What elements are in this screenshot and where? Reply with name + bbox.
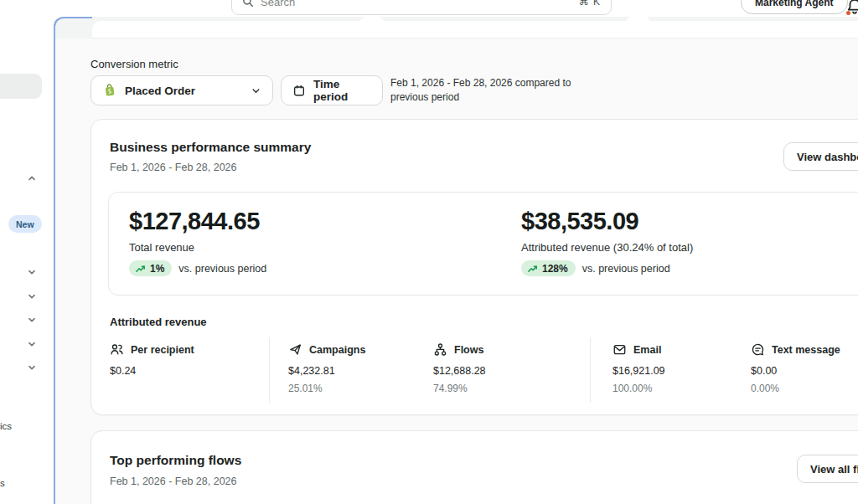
search-shortcut: ⌘ K: [579, 0, 601, 8]
flows-card-daterange: Feb 1, 2026 - Feb 28, 2026: [110, 476, 237, 487]
time-period-label: Time period: [313, 78, 371, 103]
conversion-metric-value: Placed Order: [125, 85, 195, 97]
per-recipient-icon: [110, 342, 124, 357]
conversion-metric-dropdown[interactable]: Placed Order: [90, 75, 273, 105]
total-revenue-stat: $127,844.65 Total revenue 1% vs. previou…: [129, 208, 266, 276]
main-content-frame: Conversion metric Placed Order: [54, 17, 858, 504]
chevron-down-icon[interactable]: [26, 362, 38, 373]
trend-up-icon: [527, 263, 538, 274]
text-message-icon: [751, 342, 765, 357]
chevron-down-icon[interactable]: [26, 291, 38, 302]
global-search[interactable]: ⌘ K: [231, 0, 612, 15]
revenue-stats-panel: $127,844.65 Total revenue 1% vs. previou…: [108, 192, 858, 296]
chevron-down-icon: [251, 85, 261, 96]
app-window: ⌘ K Marketing Agent New ics s: [0, 0, 858, 504]
attributed-revenue-stat: $38,535.09 Attributed revenue (30.24% of…: [521, 208, 693, 276]
chevron-up-icon[interactable]: [26, 172, 38, 184]
notification-dot: [846, 11, 850, 15]
sidebar-item-analytics-truncated[interactable]: ics: [0, 421, 12, 431]
summary-card-title: Business performance summary: [110, 140, 311, 155]
view-all-flows-button[interactable]: View all flows: [797, 455, 858, 483]
search-icon: [242, 0, 254, 8]
view-dashboard-button[interactable]: View dashboard: [783, 142, 858, 171]
breakdown-text-message: Text message $0.00 0.00%: [751, 342, 840, 394]
summary-card-daterange: Feb 1, 2026 - Feb 28, 2026: [110, 162, 237, 173]
chevron-down-icon[interactable]: [26, 338, 38, 350]
card-gap-notch: [627, 17, 650, 28]
sidebar-item-truncated[interactable]: s: [0, 478, 5, 488]
attributed-revenue-label: Attributed revenue (30.24% of total): [521, 241, 693, 254]
chevron-down-icon[interactable]: [26, 266, 38, 278]
flows-card-title: Top performing flows: [110, 453, 241, 468]
divider: [590, 337, 591, 403]
breakdown-campaigns: Campaigns $4,232.81 25.01%: [288, 342, 365, 394]
attributed-change-note: vs. previous period: [582, 263, 670, 275]
search-input[interactable]: [261, 0, 572, 8]
chevron-down-icon[interactable]: [26, 314, 38, 326]
campaigns-send-icon: [288, 342, 302, 357]
card-gap-notch: [360, 17, 384, 28]
email-icon: [612, 342, 627, 357]
new-badge: New: [8, 215, 42, 233]
breakdown-email: Email $16,921.09 100.00%: [612, 342, 665, 394]
marketing-agent-button[interactable]: Marketing Agent: [741, 0, 848, 14]
business-performance-card: Business performance summary Feb 1, 2026…: [90, 119, 858, 415]
attributed-revenue-value: $38,535.09: [521, 208, 693, 235]
attributed-change-badge: 128%: [521, 260, 576, 276]
breakdown-flows: Flows $12,688.28 74.99%: [433, 342, 486, 394]
total-revenue-value: $127,844.65: [129, 208, 266, 235]
time-period-button[interactable]: Time period: [281, 75, 383, 105]
date-range-note: Feb 1, 2026 - Feb 28, 2026 compared to p…: [390, 76, 593, 104]
total-change-note: vs. previous period: [178, 263, 266, 275]
calendar-icon: [292, 84, 306, 97]
conversion-metric-label: Conversion metric: [90, 58, 178, 70]
notifications-bell-icon[interactable]: [845, 0, 858, 16]
trend-up-icon: [135, 263, 146, 274]
top-performing-flows-card: Top performing flows Feb 1, 2026 - Feb 2…: [90, 430, 858, 504]
breakdown-per-recipient: Per recipient $0.24: [110, 342, 194, 383]
shopify-icon: [102, 83, 117, 98]
scrolled-card-partial: [92, 21, 858, 39]
sidebar-item-selected[interactable]: [0, 74, 42, 99]
attributed-breakdown-title: Attributed revenue: [110, 316, 207, 328]
total-change-badge: 1%: [129, 260, 172, 276]
flows-icon: [433, 342, 447, 357]
divider: [269, 337, 270, 403]
total-revenue-label: Total revenue: [129, 241, 266, 254]
